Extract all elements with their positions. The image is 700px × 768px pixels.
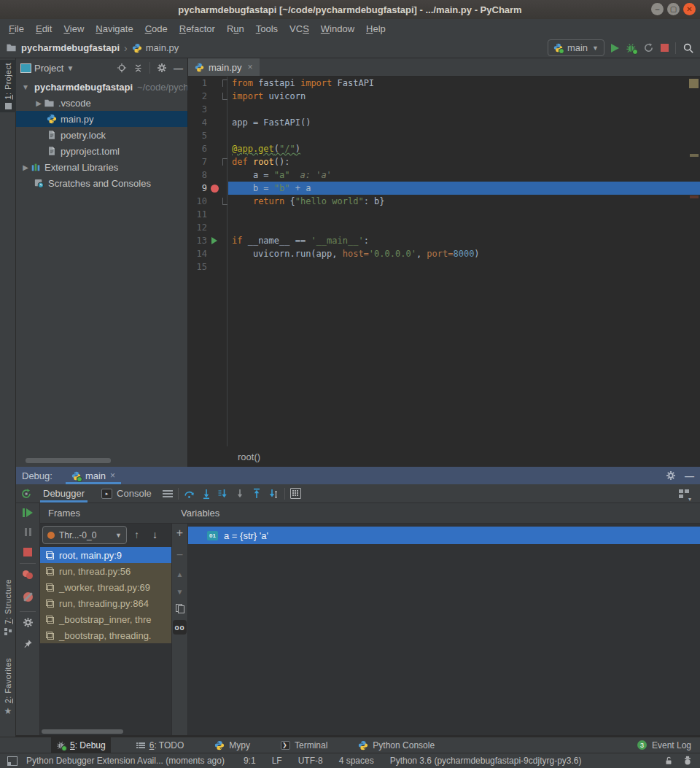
gutter[interactable] [209, 195, 220, 208]
line-number[interactable]: 11 [188, 208, 209, 221]
frames-horizontal-scrollbar[interactable] [42, 729, 123, 734]
code-text[interactable]: def root(): [228, 155, 700, 168]
fold-marker[interactable] [220, 221, 228, 234]
menu-item-code[interactable]: Code [139, 23, 174, 34]
fold-marker[interactable] [220, 168, 228, 182]
line-number[interactable]: 14 [188, 247, 209, 260]
status-message[interactable]: Python Debugger Extension Avail... (mome… [26, 756, 225, 766]
chevron-down-icon[interactable]: ▼ [66, 64, 74, 72]
code-line-11[interactable]: 11 [188, 208, 700, 221]
code-text[interactable]: if __name__ == '__main__': [228, 234, 700, 247]
menu-item-edit[interactable]: Edit [30, 23, 58, 34]
gutter[interactable] [209, 90, 220, 103]
code-line-5[interactable]: 5 [188, 129, 700, 142]
line-number[interactable]: 1 [188, 77, 209, 90]
frame-row[interactable]: root, main.py:9 [40, 547, 171, 563]
code-line-6[interactable]: 6@app.get("/") [188, 142, 700, 155]
run-button[interactable] [611, 44, 619, 53]
line-number[interactable]: 12 [188, 221, 209, 234]
code-line-4[interactable]: 4app = FastAPI() [188, 116, 700, 129]
search-icon[interactable] [682, 42, 694, 54]
add-watch-icon[interactable]: + [171, 527, 188, 540]
fold-marker[interactable] [220, 208, 228, 221]
menu-item-view[interactable]: View [58, 23, 90, 34]
menu-item-vcs[interactable]: VCS [284, 23, 315, 34]
line-number[interactable]: 3 [188, 103, 209, 116]
code-line-9[interactable]: 9 b = "b" + a [188, 182, 700, 195]
thread-selector[interactable]: Thr...-0_0 ▼ [42, 526, 127, 544]
resume-icon[interactable] [16, 508, 39, 517]
breakpoint-stripe-mark[interactable] [690, 195, 699, 198]
chevron-right-icon[interactable]: ▶ [20, 163, 31, 171]
fold-marker[interactable] [220, 103, 228, 116]
toolwindow-button-mypy[interactable]: Mypy [209, 737, 255, 753]
breakpoint-icon[interactable] [209, 182, 220, 195]
line-number[interactable]: 4 [188, 116, 209, 129]
show-watches-icon[interactable]: oo [171, 620, 188, 635]
fold-marker[interactable] [220, 142, 228, 155]
step-into-icon[interactable] [201, 488, 212, 500]
breadcrumb-scope[interactable]: root() [238, 451, 260, 462]
line-number[interactable]: 5 [188, 129, 209, 142]
frame-row[interactable]: run, threading.py:864 [40, 595, 171, 611]
sidebar-item-favorites[interactable]: 2: Favorites ★ [0, 655, 16, 718]
more-tabs-icon[interactable] [163, 490, 173, 497]
line-number[interactable]: 10 [188, 195, 209, 208]
duplicate-icon[interactable] [171, 604, 188, 613]
tree-item-poetry-lock[interactable]: poetry.lock [16, 127, 187, 143]
menu-item-refactor[interactable]: Refactor [174, 23, 221, 34]
toolwindow-button-5-debug[interactable]: 5: Debug [51, 737, 111, 753]
force-step-into-icon[interactable] [234, 488, 246, 500]
code-text[interactable]: a = "a"a: 'a' [228, 168, 700, 182]
menu-item-file[interactable]: File [3, 23, 30, 34]
fold-marker[interactable] [220, 77, 228, 90]
sidebar-item-project[interactable]: 1: Project [0, 60, 16, 112]
gutter[interactable] [209, 129, 220, 142]
gutter[interactable] [209, 142, 220, 155]
sidebar-item-structure[interactable]: 7: Structure [0, 576, 16, 638]
close-session-icon[interactable]: × [110, 470, 115, 481]
collapse-all-icon[interactable] [133, 63, 143, 73]
status-item[interactable]: Python 3.6 (pycharmdebugfastapi-9cdjtyrg… [390, 756, 582, 766]
status-item[interactable]: LF [272, 756, 282, 766]
line-number[interactable]: 6 [188, 142, 209, 155]
breadcrumb-file[interactable]: main.py [146, 42, 179, 53]
code-line-8[interactable]: 8 a = "a"a: 'a' [188, 168, 700, 182]
stop-button[interactable] [661, 44, 669, 52]
gutter[interactable] [209, 221, 220, 234]
step-into-my-code-icon[interactable] [217, 488, 229, 500]
menu-item-help[interactable]: Help [360, 23, 392, 34]
chevron-right-icon[interactable]: ▶ [34, 99, 44, 107]
event-log-button[interactable]: 3Event Log [637, 740, 700, 750]
close-icon[interactable]: ✕ [683, 3, 696, 15]
line-number[interactable]: 13 [188, 234, 209, 247]
close-tab-icon[interactable]: × [248, 62, 253, 72]
code-line-3[interactable]: 3 [188, 103, 700, 116]
hide-panel-icon[interactable]: — [174, 63, 183, 74]
code-line-12[interactable]: 12 [188, 221, 700, 234]
step-out-icon[interactable] [251, 488, 262, 500]
code-text[interactable] [228, 129, 700, 142]
frame-row[interactable]: run, thread.py:56 [40, 563, 171, 579]
gutter[interactable] [209, 77, 220, 90]
pin-icon[interactable] [16, 639, 39, 649]
code-line-10[interactable]: 10 return {"hello world": b} [188, 195, 700, 208]
coverage-button[interactable] [643, 42, 654, 53]
fold-marker[interactable] [220, 116, 228, 129]
line-number[interactable]: 7 [188, 155, 209, 168]
hector-inspector-icon[interactable] [682, 756, 693, 766]
gear-icon[interactable] [666, 470, 676, 481]
code-line-13[interactable]: 13if __name__ == '__main__': [188, 234, 700, 247]
minimize-icon[interactable]: – [651, 3, 664, 15]
tab-debugger[interactable]: Debugger [37, 484, 90, 503]
mute-breakpoints-icon[interactable] [16, 592, 39, 602]
fold-marker[interactable] [220, 234, 228, 247]
move-down-icon[interactable]: ▼ [171, 588, 188, 596]
gutter[interactable] [209, 260, 220, 274]
breadcrumb-project[interactable]: pycharmdebugfastapi [21, 42, 120, 53]
toolwindow-button-6-todo[interactable]: 6: TODO [131, 737, 190, 753]
stop-icon[interactable] [16, 548, 39, 556]
gutter[interactable] [209, 168, 220, 182]
gutter[interactable] [209, 116, 220, 129]
code-text[interactable]: import uvicorn [228, 90, 700, 103]
